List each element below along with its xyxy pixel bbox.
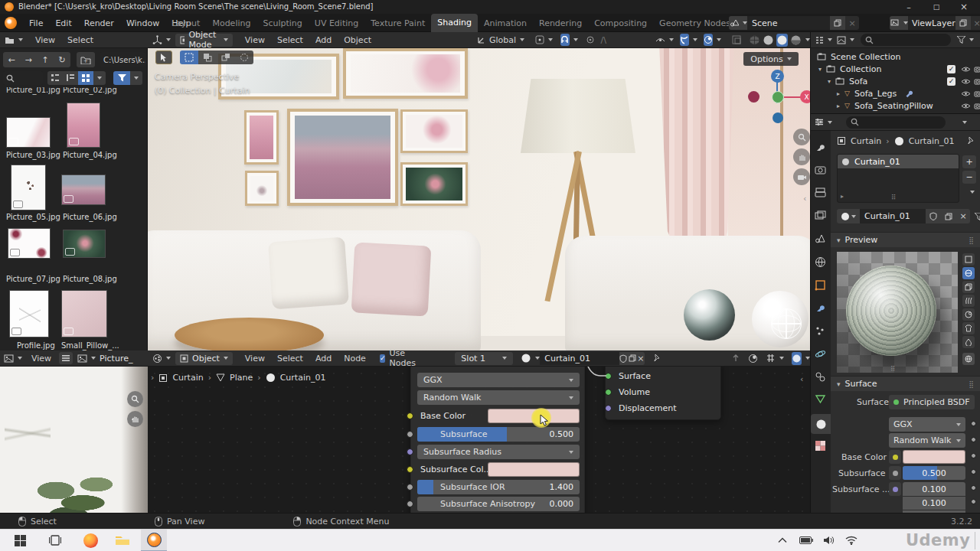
viewlayer-remove-icon[interactable]: × <box>971 16 980 30</box>
socket-surface[interactable] <box>605 373 612 380</box>
outliner-row-sofa[interactable]: ▾ Sofa <box>828 76 867 86</box>
select-extend-tool-icon[interactable] <box>198 51 217 64</box>
material-browse-icon[interactable] <box>837 209 860 223</box>
image-editor-menu-view[interactable]: View <box>25 354 57 364</box>
preview-world-icon[interactable] <box>962 353 975 365</box>
cursor-tool-icon[interactable] <box>155 51 172 64</box>
viewport-menu-view[interactable]: View <box>239 35 271 45</box>
outliner-row-sofa-seatingpillow[interactable]: ▸ ▽ Sofa_SeatingPillow <box>837 100 933 111</box>
tab-physics-icon[interactable] <box>815 348 826 360</box>
scene-copy-icon[interactable] <box>830 16 845 30</box>
viewport-pan-icon[interactable] <box>793 148 810 165</box>
render-visibility-camera-icon[interactable] <box>974 90 980 97</box>
outliner-search-input[interactable] <box>861 34 951 46</box>
eye-icon[interactable] <box>961 66 971 73</box>
falloff-icon[interactable]: /\ <box>601 35 606 45</box>
zoom-gizmo-icon[interactable] <box>127 391 143 407</box>
overlays-toggle-icon[interactable] <box>704 34 713 46</box>
link-dot[interactable] <box>971 453 976 458</box>
outliner-editor-icon[interactable] <box>815 36 832 44</box>
gizmo-y-ball[interactable] <box>772 91 784 103</box>
viewlayer-icon[interactable] <box>890 16 908 30</box>
base-color-socket-icon[interactable] <box>889 450 901 464</box>
material-copy-icon[interactable] <box>941 209 956 223</box>
socket-volume[interactable] <box>605 389 612 396</box>
pin-icon[interactable] <box>966 136 975 145</box>
tab-material-icon-active[interactable] <box>811 414 831 434</box>
path-field[interactable]: C:\Users\k... <box>100 52 145 67</box>
preview-shaderball-icon[interactable] <box>962 308 975 321</box>
file-thumb-picture07[interactable] <box>8 228 51 259</box>
breadcrumb-object[interactable]: Curtain <box>851 136 881 146</box>
firefox-icon[interactable] <box>80 530 101 551</box>
preview-cube-icon[interactable] <box>962 281 975 293</box>
battery-icon[interactable] <box>799 536 813 544</box>
node-subsurface-color-swatch[interactable] <box>488 462 580 477</box>
tab-compositing[interactable]: Compositing <box>588 18 653 28</box>
file-thumb-picture03[interactable] <box>6 117 51 148</box>
material-slot-list[interactable]: Curtain_01 ▸ ⠿ <box>837 154 959 203</box>
file-explorer-icon[interactable] <box>112 530 133 551</box>
preview-cloth-icon[interactable] <box>962 322 975 334</box>
viewport-camera-icon[interactable] <box>793 168 810 185</box>
render-visibility-camera-icon[interactable] <box>974 102 980 109</box>
menu-render[interactable]: Render <box>78 18 120 28</box>
eye-icon[interactable] <box>961 90 971 97</box>
resize-grip-icon[interactable]: ▸ <box>841 193 844 200</box>
transform-orientation-dropdown[interactable]: Global <box>477 35 524 45</box>
tab-sculpting[interactable]: Sculpting <box>256 18 308 28</box>
material-copy-icon[interactable] <box>628 352 637 365</box>
tab-layout[interactable]: Layout <box>165 18 206 28</box>
file-thumb-picture06[interactable] <box>61 174 106 205</box>
gizmo-toggle-icon[interactable] <box>680 34 689 46</box>
link-dot[interactable] <box>971 469 976 474</box>
region-collapse-icon[interactable]: ‹ <box>803 194 806 204</box>
socket-subsurface-ior[interactable] <box>407 484 413 491</box>
filter-chevron-icon[interactable] <box>130 71 142 85</box>
file-label[interactable]: Picture_05.jpg <box>6 213 60 221</box>
tab-texture-paint[interactable]: Texture Paint <box>364 18 431 28</box>
link-dot[interactable] <box>971 499 976 504</box>
slot-dropdown[interactable]: Slot 1 <box>455 352 513 365</box>
shader-editor-icon[interactable] <box>152 354 171 364</box>
filter-icon[interactable] <box>113 71 130 85</box>
base-color-swatch[interactable] <box>903 450 965 464</box>
material-unlink-icon[interactable]: × <box>637 352 645 365</box>
tab-scene-icon[interactable] <box>815 233 826 243</box>
select-box-tool-icon[interactable] <box>180 51 198 64</box>
tab-object-data-icon[interactable] <box>815 394 826 404</box>
properties-options-chevron[interactable] <box>962 121 967 124</box>
socket-anisotropy[interactable] <box>407 500 413 507</box>
shader-menu-view[interactable]: View <box>239 354 271 364</box>
eye-icon[interactable] <box>961 78 971 85</box>
minimize-icon[interactable]: – <box>896 0 922 14</box>
hamburger-icon[interactable] <box>59 352 73 364</box>
scene-name-field[interactable]: Scene <box>747 16 830 30</box>
socket-subsurface-color[interactable] <box>407 466 413 473</box>
menu-edit[interactable]: Edit <box>49 18 77 28</box>
shader-menu-add[interactable]: Add <box>309 354 338 364</box>
blender-taskbar-icon-active[interactable] <box>141 530 167 551</box>
subsurface-socket-icon[interactable] <box>889 466 901 480</box>
breadcrumb-material[interactable]: Curtain_01 <box>909 136 955 146</box>
node-anisotropy-slider[interactable]: Subsurface Anisotropy 0.000 <box>417 497 580 511</box>
shader-canvas[interactable]: › Curtain › Plane › Curtain_01 GGX Rando… <box>148 367 810 513</box>
parent-node-tree-icon[interactable] <box>731 354 740 363</box>
speaker-icon[interactable] <box>824 536 835 545</box>
file-label[interactable]: Picture_07.jpg <box>6 275 60 283</box>
outliner-filter-icon[interactable] <box>957 36 974 44</box>
snap-target-icon[interactable] <box>535 35 553 44</box>
surface-shader-button[interactable]: Principled BSDF <box>889 395 975 409</box>
forward-icon[interactable]: → <box>20 52 37 67</box>
node-sss-method-dropdown[interactable]: Random Walk <box>417 390 580 405</box>
breadcrumb-object[interactable]: Curtain <box>172 373 203 383</box>
gizmo-neg-z-ball[interactable] <box>773 112 783 123</box>
material-unlink-icon[interactable]: × <box>956 209 970 223</box>
collection-checkbox[interactable]: ✓ <box>947 65 956 73</box>
tray-chevron-up-icon[interactable] <box>778 537 787 543</box>
file-thumb-picture05[interactable] <box>11 165 46 210</box>
region-collapse-icon[interactable]: ‹ <box>800 374 803 384</box>
shading-rendered-icon[interactable] <box>790 34 802 46</box>
file-label[interactable]: Small_Pillow_... <box>61 341 119 350</box>
file-thumb-small-pillow[interactable] <box>61 290 107 337</box>
